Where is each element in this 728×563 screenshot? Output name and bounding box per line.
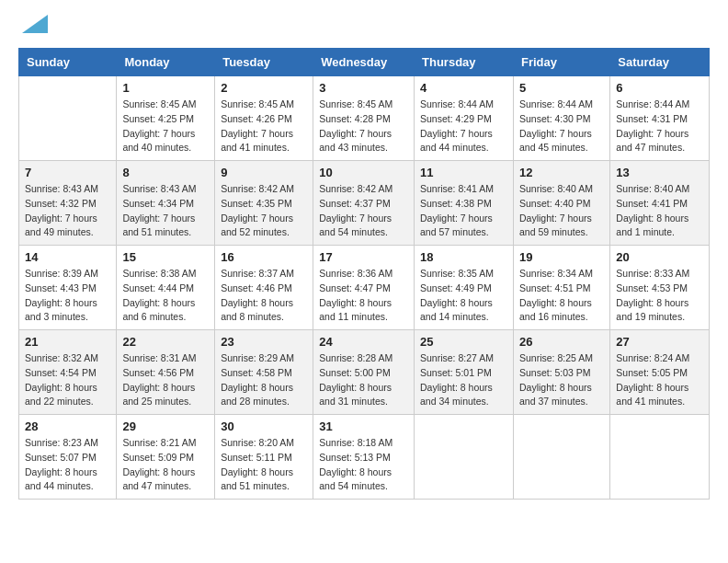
calendar-table: SundayMondayTuesdayWednesdayThursdayFrid… xyxy=(18,48,710,500)
day-number: 10 xyxy=(319,166,408,179)
day-number: 11 xyxy=(420,166,507,179)
day-number: 28 xyxy=(25,419,110,433)
day-number: 2 xyxy=(221,81,307,95)
weekday-header-friday: Friday xyxy=(513,49,609,76)
calendar-cell: 25Sunrise: 8:27 AMSunset: 5:01 PMDayligh… xyxy=(415,330,514,415)
day-number: 17 xyxy=(319,250,408,264)
calendar-cell: 16Sunrise: 8:37 AMSunset: 4:46 PMDayligh… xyxy=(215,246,313,330)
day-info: Sunrise: 8:33 AMSunset: 4:53 PMDaylight:… xyxy=(616,267,703,325)
calendar-cell: 20Sunrise: 8:33 AMSunset: 4:53 PMDayligh… xyxy=(610,246,710,330)
day-info: Sunrise: 8:23 AMSunset: 5:07 PMDaylight:… xyxy=(25,436,110,494)
day-info: Sunrise: 8:20 AMSunset: 5:11 PMDaylight:… xyxy=(221,436,307,494)
day-number: 23 xyxy=(221,335,307,349)
calendar-week-row: 28Sunrise: 8:23 AMSunset: 5:07 PMDayligh… xyxy=(19,415,710,500)
day-info: Sunrise: 8:32 AMSunset: 4:54 PMDaylight:… xyxy=(25,351,110,409)
day-info: Sunrise: 8:38 AMSunset: 4:44 PMDaylight:… xyxy=(122,267,209,325)
day-info: Sunrise: 8:28 AMSunset: 5:00 PMDaylight:… xyxy=(319,351,408,409)
day-info: Sunrise: 8:27 AMSunset: 5:01 PMDaylight:… xyxy=(420,351,507,409)
calendar-cell xyxy=(19,76,117,161)
day-info: Sunrise: 8:21 AMSunset: 5:09 PMDaylight:… xyxy=(122,436,209,494)
day-info: Sunrise: 8:45 AMSunset: 4:26 PMDaylight:… xyxy=(221,98,307,155)
day-info: Sunrise: 8:37 AMSunset: 4:46 PMDaylight:… xyxy=(221,267,307,325)
page: SundayMondayTuesdayWednesdayThursdayFrid… xyxy=(0,0,728,514)
day-info: Sunrise: 8:35 AMSunset: 4:49 PMDaylight:… xyxy=(420,267,507,325)
day-number: 13 xyxy=(616,166,703,179)
day-number: 21 xyxy=(25,335,110,349)
day-number: 3 xyxy=(319,81,408,95)
day-info: Sunrise: 8:41 AMSunset: 4:38 PMDaylight:… xyxy=(420,182,507,240)
calendar-cell: 30Sunrise: 8:20 AMSunset: 5:11 PMDayligh… xyxy=(215,415,313,500)
day-info: Sunrise: 8:40 AMSunset: 4:41 PMDaylight:… xyxy=(616,182,703,240)
calendar-cell: 15Sunrise: 8:38 AMSunset: 4:44 PMDayligh… xyxy=(117,246,215,330)
calendar-cell: 7Sunrise: 8:43 AMSunset: 4:32 PMDaylight… xyxy=(19,161,117,246)
day-info: Sunrise: 8:45 AMSunset: 4:28 PMDaylight:… xyxy=(319,98,408,155)
day-info: Sunrise: 8:24 AMSunset: 5:05 PMDaylight:… xyxy=(616,351,703,409)
day-info: Sunrise: 8:43 AMSunset: 4:34 PMDaylight:… xyxy=(122,182,209,240)
calendar-cell: 6Sunrise: 8:44 AMSunset: 4:31 PMDaylight… xyxy=(610,76,710,161)
day-number: 6 xyxy=(616,81,703,95)
calendar-cell: 4Sunrise: 8:44 AMSunset: 4:29 PMDaylight… xyxy=(415,76,514,161)
calendar-week-row: 21Sunrise: 8:32 AMSunset: 4:54 PMDayligh… xyxy=(19,330,710,415)
day-number: 29 xyxy=(122,419,209,433)
calendar-cell: 24Sunrise: 8:28 AMSunset: 5:00 PMDayligh… xyxy=(313,330,415,415)
calendar-cell: 5Sunrise: 8:44 AMSunset: 4:30 PMDaylight… xyxy=(513,76,609,161)
calendar-cell: 9Sunrise: 8:42 AMSunset: 4:35 PMDaylight… xyxy=(215,161,313,246)
calendar-cell: 21Sunrise: 8:32 AMSunset: 4:54 PMDayligh… xyxy=(19,330,117,415)
day-number: 1 xyxy=(122,81,209,95)
calendar-cell: 3Sunrise: 8:45 AMSunset: 4:28 PMDaylight… xyxy=(313,76,415,161)
logo xyxy=(18,15,48,39)
calendar-cell: 22Sunrise: 8:31 AMSunset: 4:56 PMDayligh… xyxy=(117,330,215,415)
calendar-cell: 23Sunrise: 8:29 AMSunset: 4:58 PMDayligh… xyxy=(215,330,313,415)
calendar-cell: 10Sunrise: 8:42 AMSunset: 4:37 PMDayligh… xyxy=(313,161,415,246)
day-info: Sunrise: 8:18 AMSunset: 5:13 PMDaylight:… xyxy=(319,436,408,494)
day-number: 5 xyxy=(519,81,604,95)
day-info: Sunrise: 8:40 AMSunset: 4:40 PMDaylight:… xyxy=(519,182,604,240)
day-info: Sunrise: 8:31 AMSunset: 4:56 PMDaylight:… xyxy=(122,351,209,409)
calendar-cell: 8Sunrise: 8:43 AMSunset: 4:34 PMDaylight… xyxy=(117,161,215,246)
day-info: Sunrise: 8:45 AMSunset: 4:25 PMDaylight:… xyxy=(122,98,209,155)
day-number: 9 xyxy=(221,166,307,179)
weekday-header-thursday: Thursday xyxy=(415,49,514,76)
calendar-cell: 26Sunrise: 8:25 AMSunset: 5:03 PMDayligh… xyxy=(513,330,609,415)
weekday-header-monday: Monday xyxy=(117,49,215,76)
calendar-cell: 1Sunrise: 8:45 AMSunset: 4:25 PMDaylight… xyxy=(117,76,215,161)
day-number: 30 xyxy=(221,419,307,433)
calendar-cell: 17Sunrise: 8:36 AMSunset: 4:47 PMDayligh… xyxy=(313,246,415,330)
day-info: Sunrise: 8:44 AMSunset: 4:30 PMDaylight:… xyxy=(519,98,604,155)
calendar-cell: 12Sunrise: 8:40 AMSunset: 4:40 PMDayligh… xyxy=(513,161,609,246)
svg-marker-0 xyxy=(22,15,48,33)
day-number: 19 xyxy=(519,250,604,264)
calendar-cell: 11Sunrise: 8:41 AMSunset: 4:38 PMDayligh… xyxy=(415,161,514,246)
day-info: Sunrise: 8:44 AMSunset: 4:31 PMDaylight:… xyxy=(616,98,703,155)
calendar-week-row: 14Sunrise: 8:39 AMSunset: 4:43 PMDayligh… xyxy=(19,246,710,330)
calendar-week-row: 1Sunrise: 8:45 AMSunset: 4:25 PMDaylight… xyxy=(19,76,710,161)
day-number: 12 xyxy=(519,166,604,179)
calendar-cell: 18Sunrise: 8:35 AMSunset: 4:49 PMDayligh… xyxy=(415,246,514,330)
day-number: 22 xyxy=(122,335,209,349)
logo-icon xyxy=(22,15,48,33)
calendar-cell: 28Sunrise: 8:23 AMSunset: 5:07 PMDayligh… xyxy=(19,415,117,500)
day-info: Sunrise: 8:39 AMSunset: 4:43 PMDaylight:… xyxy=(25,267,110,325)
day-number: 25 xyxy=(420,335,507,349)
calendar-cell: 29Sunrise: 8:21 AMSunset: 5:09 PMDayligh… xyxy=(117,415,215,500)
calendar-cell: 31Sunrise: 8:18 AMSunset: 5:13 PMDayligh… xyxy=(313,415,415,500)
calendar-cell xyxy=(415,415,514,500)
day-number: 8 xyxy=(122,166,209,179)
day-number: 20 xyxy=(616,250,703,264)
day-number: 4 xyxy=(420,81,507,95)
calendar-cell: 19Sunrise: 8:34 AMSunset: 4:51 PMDayligh… xyxy=(513,246,609,330)
calendar-cell: 13Sunrise: 8:40 AMSunset: 4:41 PMDayligh… xyxy=(610,161,710,246)
calendar-cell: 2Sunrise: 8:45 AMSunset: 4:26 PMDaylight… xyxy=(215,76,313,161)
calendar-cell xyxy=(513,415,609,500)
weekday-header-wednesday: Wednesday xyxy=(313,49,415,76)
weekday-header-saturday: Saturday xyxy=(610,49,710,76)
day-number: 18 xyxy=(420,250,507,264)
header xyxy=(18,15,710,39)
day-info: Sunrise: 8:25 AMSunset: 5:03 PMDaylight:… xyxy=(519,351,604,409)
day-number: 31 xyxy=(319,419,408,433)
calendar-cell: 27Sunrise: 8:24 AMSunset: 5:05 PMDayligh… xyxy=(610,330,710,415)
weekday-header-sunday: Sunday xyxy=(19,49,117,76)
day-info: Sunrise: 8:36 AMSunset: 4:47 PMDaylight:… xyxy=(319,267,408,325)
day-info: Sunrise: 8:42 AMSunset: 4:35 PMDaylight:… xyxy=(221,182,307,240)
day-number: 26 xyxy=(519,335,604,349)
